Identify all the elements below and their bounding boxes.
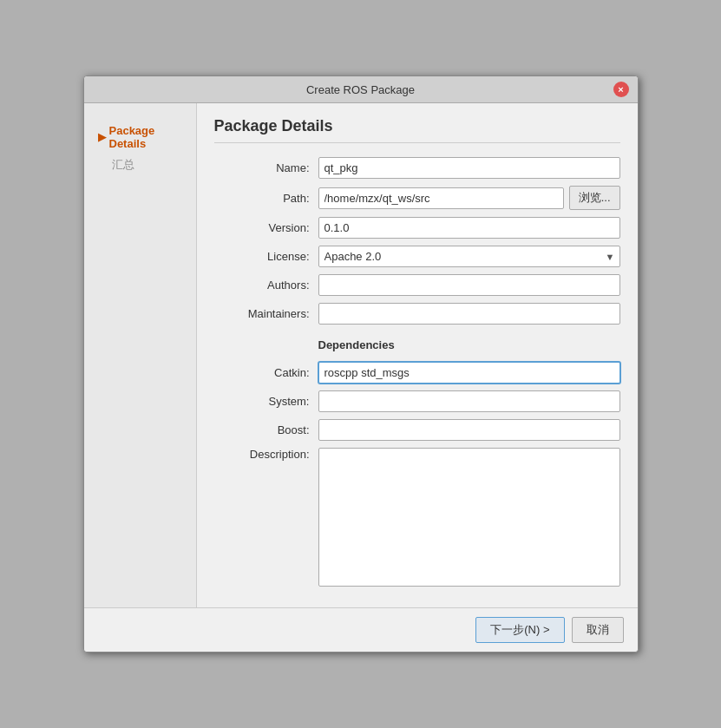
cancel-button[interactable]: 取消 xyxy=(572,617,624,643)
create-ros-package-dialog: Create ROS Package × ▶ Package Details 汇… xyxy=(83,75,639,653)
name-row: Name: xyxy=(214,157,620,179)
system-row: System: xyxy=(214,390,620,412)
path-row: Path: 浏览... xyxy=(214,186,620,210)
maintainers-label: Maintainers: xyxy=(214,307,318,320)
catkin-row: Catkin: xyxy=(214,362,620,384)
authors-label: Authors: xyxy=(214,279,318,292)
dependencies-section-label: Dependencies xyxy=(318,338,395,351)
main-content: Package Details Name: Path: 浏览... Versio… xyxy=(197,103,638,607)
license-select[interactable]: Apache 2.0 MIT BSD GPLv2 GPLv3 LGPLv2.1 … xyxy=(318,246,620,267)
sidebar-item-summary[interactable]: 汇总 xyxy=(107,154,187,176)
sidebar: ▶ Package Details 汇总 xyxy=(84,103,197,607)
boost-row: Boost: xyxy=(214,419,620,441)
section-title: Package Details xyxy=(214,117,620,143)
path-input-group: 浏览... xyxy=(318,186,620,210)
browse-button[interactable]: 浏览... xyxy=(569,186,620,210)
system-label: System: xyxy=(214,395,318,408)
version-label: Version: xyxy=(214,221,318,234)
version-input[interactable] xyxy=(318,217,620,239)
next-button[interactable]: 下一步(N) > xyxy=(475,617,564,643)
system-input[interactable] xyxy=(318,390,620,412)
sidebar-arrow-icon: ▶ xyxy=(98,131,106,143)
dialog-body: ▶ Package Details 汇总 Package Details Nam… xyxy=(84,103,638,607)
license-label: License: xyxy=(214,250,318,263)
close-button[interactable]: × xyxy=(613,82,629,97)
maintainers-input[interactable] xyxy=(318,303,620,325)
license-select-wrapper: Apache 2.0 MIT BSD GPLv2 GPLv3 LGPLv2.1 … xyxy=(318,246,620,267)
description-textarea[interactable] xyxy=(318,448,620,587)
name-label: Name: xyxy=(214,161,318,174)
path-label: Path: xyxy=(214,192,318,205)
boost-input[interactable] xyxy=(318,419,620,441)
catkin-label: Catkin: xyxy=(214,366,318,379)
authors-input[interactable] xyxy=(318,274,620,296)
sidebar-item-label: Package Details xyxy=(109,124,182,150)
sidebar-item-package-details[interactable]: ▶ Package Details xyxy=(93,121,187,154)
dialog-title: Create ROS Package xyxy=(108,83,613,96)
path-input[interactable] xyxy=(318,187,564,209)
authors-row: Authors: xyxy=(214,274,620,296)
description-row: Description: xyxy=(214,448,620,587)
version-row: Version: xyxy=(214,217,620,239)
description-label: Description: xyxy=(214,448,318,461)
boost-label: Boost: xyxy=(214,423,318,436)
title-bar: Create ROS Package × xyxy=(84,76,638,103)
dependencies-header-row: Dependencies xyxy=(214,331,620,355)
dialog-footer: 下一步(N) > 取消 xyxy=(84,607,638,652)
maintainers-row: Maintainers: xyxy=(214,303,620,325)
name-input[interactable] xyxy=(318,157,620,179)
license-row: License: Apache 2.0 MIT BSD GPLv2 GPLv3 … xyxy=(214,246,620,267)
catkin-input[interactable] xyxy=(318,362,620,384)
sidebar-sub-label: 汇总 xyxy=(112,158,134,171)
